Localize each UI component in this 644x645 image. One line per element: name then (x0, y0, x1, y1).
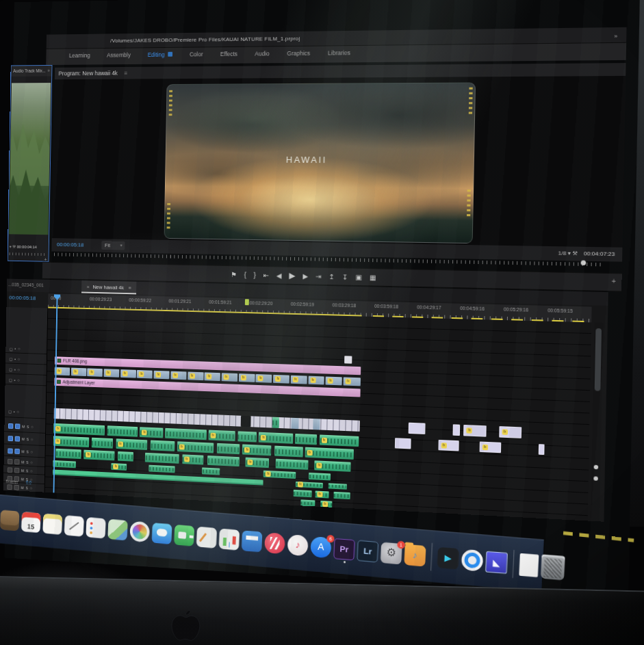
solo-button[interactable]: S (27, 425, 29, 429)
mute-button[interactable]: M (21, 469, 24, 473)
solo-button[interactable]: S (26, 469, 28, 473)
add-button[interactable]: + (611, 277, 616, 285)
timeline-clip[interactable]: fx (256, 374, 272, 383)
mute-button[interactable]: M (22, 437, 25, 441)
mute-button[interactable]: M (21, 477, 24, 481)
settings-wrench-icon[interactable]: ⚒ (12, 245, 16, 249)
workspace-tab-color[interactable]: Color (190, 51, 203, 57)
timeline-clip[interactable] (145, 453, 179, 464)
dock-icon-calendar[interactable]: 15 (21, 512, 41, 533)
timeline-tracks-area[interactable]: FLR 408.pngfxfxfxfxfxfxfxfxfxfxfxfxfxfxf… (45, 308, 592, 521)
timeline-clip[interactable] (107, 425, 138, 437)
playback-resolution-select[interactable]: 1/8 (558, 250, 566, 256)
timeline-clip[interactable]: fx (499, 426, 521, 438)
sync-lock-icon[interactable]: ▪ (14, 378, 15, 382)
zoom-level-select[interactable]: Fit ▾ (101, 241, 125, 250)
timeline-clip[interactable]: fx (208, 430, 235, 442)
track-header-v3[interactable]: ◻▪○ (5, 354, 47, 365)
track-header-v4[interactable]: ◻▪○ (5, 345, 47, 354)
timeline-tab-source-clip[interactable]: ...035_02345_001 (8, 282, 44, 287)
timeline-clip[interactable]: fx (259, 432, 294, 444)
mark-in-button[interactable]: { (244, 269, 246, 280)
timeline-clip[interactable]: fx (104, 369, 120, 377)
dock-icon-textedit[interactable] (64, 515, 84, 536)
workspace-tab-audio[interactable]: Audio (255, 50, 270, 57)
dock-icon-trash[interactable] (541, 554, 565, 580)
timeline-clip[interactable] (294, 490, 312, 497)
timeline-clip[interactable]: fx (182, 454, 203, 464)
step-back-button[interactable]: ◀ (276, 269, 282, 281)
sync-lock-icon[interactable]: ▪ (14, 357, 16, 361)
timeline-clip[interactable]: fx (319, 434, 359, 447)
workspace-tab-editing[interactable]: Editing (148, 51, 172, 58)
timeline-clip[interactable]: fx (137, 370, 153, 379)
sync-lock-icon[interactable]: ▪ (14, 347, 16, 351)
timeline-clip[interactable]: fx (84, 450, 115, 461)
add-marker-button[interactable]: ⚑ (231, 269, 237, 280)
timeline-clip[interactable] (118, 451, 133, 462)
timeline-clip[interactable] (202, 467, 220, 475)
timeline-clip[interactable]: fx (263, 471, 296, 479)
timeline-clip[interactable]: fx (479, 441, 501, 453)
timeline-clip[interactable]: fx (344, 377, 361, 386)
solo-button[interactable]: S (27, 437, 29, 441)
timeline-clip[interactable]: fx (308, 376, 324, 385)
timeline-clip[interactable] (149, 465, 175, 473)
timeline-clip[interactable]: fx (55, 367, 70, 376)
track-target-button[interactable] (14, 448, 19, 453)
panel-menu-icon[interactable]: ≡ (129, 285, 131, 291)
source-assign-button[interactable] (8, 423, 13, 429)
timeline-clip[interactable] (151, 440, 175, 451)
dock-icon-photos[interactable] (129, 521, 150, 542)
go-to-in-button[interactable]: ⇤ (263, 269, 270, 281)
sequence-marker[interactable] (245, 299, 249, 305)
sync-lock-icon[interactable]: ▪ (14, 367, 16, 371)
source-clip-thumbnail[interactable] (9, 83, 51, 235)
timeline-clip[interactable]: fx (120, 369, 136, 378)
timeline-clip[interactable]: fx (326, 377, 342, 386)
close-icon[interactable]: × (87, 284, 90, 290)
dock-icon-app-store[interactable]: A6 (310, 536, 331, 558)
extract-button[interactable]: ↧ (342, 271, 348, 282)
track-header-a5[interactable]: MS○ (3, 466, 44, 475)
track-lock-icon[interactable]: ◻ (9, 367, 12, 371)
solo-button[interactable]: S (26, 486, 28, 490)
timeline-clip[interactable]: fx (438, 440, 459, 451)
timeline-clip[interactable]: fx (305, 447, 354, 460)
timeline-clip[interactable]: fx (239, 373, 255, 382)
workspace-overflow-icon[interactable]: » (614, 33, 617, 39)
timeline-clip[interactable]: fx (464, 425, 487, 437)
timeline-clip[interactable] (55, 449, 81, 459)
timeline-clip[interactable]: fx (188, 372, 203, 381)
track-lock-icon[interactable]: ◻ (9, 378, 12, 382)
timeline-clip[interactable] (240, 416, 251, 427)
scroll-dot[interactable] (594, 465, 599, 470)
panel-menu-icon[interactable]: ≡ (124, 70, 127, 77)
workspace-tab-assembly[interactable]: Assembly (107, 51, 131, 58)
timeline-clip[interactable] (313, 419, 320, 430)
workspace-tab-learning[interactable]: Learning (69, 52, 90, 59)
play-button[interactable]: ▶ (289, 270, 295, 282)
video-preview[interactable]: HAWAII (164, 82, 476, 243)
timeline-clip[interactable]: fx (53, 436, 89, 447)
dock-icon-pages[interactable] (196, 526, 217, 548)
timeline-clip[interactable] (296, 434, 318, 445)
dock-icon-messages[interactable] (152, 523, 172, 544)
solo-button[interactable]: S (26, 449, 28, 453)
track-header-v1[interactable]: ◻▪○ (5, 406, 46, 419)
track-target-button[interactable] (15, 423, 20, 429)
scrollbar-thumb[interactable] (595, 328, 602, 391)
dock-icon-keynote[interactable] (242, 530, 263, 552)
timeline-clip[interactable] (539, 444, 545, 455)
track-output-eye-icon[interactable]: ○ (17, 367, 19, 371)
timeline-clip[interactable] (91, 438, 113, 449)
sync-lock-icon[interactable]: ▪ (14, 410, 15, 414)
timeline-tab-sequence[interactable]: ×New hawaii 4k≡ (81, 280, 137, 294)
lift-button[interactable]: ↥ (329, 271, 335, 282)
track-header-v1a[interactable]: ◻▪○ (5, 376, 47, 386)
source-panel-header[interactable]: Audio Track Mix... » (11, 66, 51, 77)
dock-icon-itunes[interactable]: ♪ (287, 534, 309, 555)
source-assign-button[interactable] (8, 475, 12, 481)
track-output-eye-icon[interactable]: ○ (18, 357, 20, 361)
timeline-clip[interactable]: fx (177, 441, 214, 453)
